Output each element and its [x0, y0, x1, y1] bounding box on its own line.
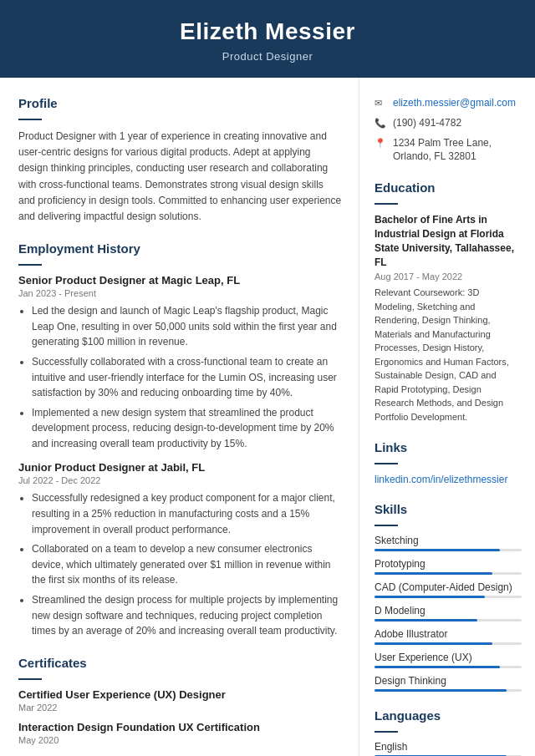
contact-email-row: ✉ elizeth.messier@gmail.com [374, 96, 522, 110]
languages-section: Languages English French [374, 708, 522, 756]
job-1: Junior Product Designer at Jabil, FL Jul… [18, 461, 342, 638]
profile-text: Product Designer with 1 year of experien… [18, 129, 342, 225]
job-0-date: Jan 2023 - Present [18, 288, 342, 298]
certificates-divider [18, 678, 42, 680]
lang-name-0: English [374, 741, 522, 753]
email-icon: ✉ [374, 97, 388, 109]
skill-item-1: Prototyping [374, 558, 522, 575]
skill-name-3: D Modeling [374, 605, 522, 616]
job-0-title: Senior Product Designer at Magic Leap, F… [18, 274, 342, 287]
education-date: Aug 2017 - May 2022 [374, 271, 522, 282]
job-0-bullet-0: Led the design and launch of Magic Leap'… [32, 303, 342, 350]
languages-list: English French [374, 741, 522, 756]
job-1-bullet-1: Collaborated on a team to develop a new … [32, 541, 342, 588]
skill-bar-fill-4 [374, 642, 492, 645]
links-section: Links linkedin.com/in/elizethmessier [374, 440, 522, 485]
education-title: Education [374, 180, 522, 198]
skill-name-4: Adobe Illustrator [374, 628, 522, 640]
skill-bar-fill-0 [374, 549, 500, 551]
left-column: Profile Product Designer with 1 year of … [0, 78, 359, 756]
job-1-title: Junior Product Designer at Jabil, FL [18, 461, 342, 474]
cert-1: Interaction Design Foundation UX Certifi… [18, 721, 342, 745]
profile-section: Profile Product Designer with 1 year of … [18, 96, 342, 225]
cert-1-date: May 2020 [18, 735, 342, 745]
skill-item-2: CAD (Computer-Aided Design) [374, 581, 522, 598]
certificates-section: Certificates Certified User Experience (… [18, 656, 342, 745]
profile-divider [18, 119, 42, 120]
candidate-name: Elizeth Messier [17, 18, 518, 45]
skill-name-1: Prototyping [374, 558, 522, 570]
employment-title: Employment History [18, 241, 342, 259]
education-section: Education Bachelor of Fine Arts in Indus… [374, 180, 522, 424]
phone-icon: 📞 [374, 117, 388, 129]
certificates-title: Certificates [18, 656, 342, 673]
skill-bar-fill-5 [374, 666, 500, 668]
skill-bar-bg-2 [374, 596, 522, 598]
job-1-bullet-0: Successfully redesigned a key product co… [32, 490, 342, 537]
cert-0-title: Certified User Experience (UX) Designer [18, 688, 342, 701]
skill-name-2: CAD (Computer-Aided Design) [374, 581, 522, 593]
job-1-bullet-2: Streamlined the design process for multi… [32, 592, 342, 639]
skill-bar-fill-2 [374, 596, 485, 598]
skill-item-6: Design Thinking [374, 675, 522, 692]
location-icon: 📍 [374, 137, 388, 150]
job-0-bullet-2: Implemented a new design system that str… [32, 405, 342, 452]
job-1-bullets: Successfully redesigned a key product co… [18, 490, 342, 638]
contact-address: 1234 Palm Tree Lane, Orlando, FL 32801 [393, 136, 522, 165]
employment-section: Employment History Senior Product Design… [18, 241, 342, 639]
candidate-title: Product Designer [17, 50, 518, 63]
profile-title: Profile [18, 96, 342, 114]
languages-divider [374, 731, 398, 733]
linkedin-link[interactable]: linkedin.com/in/elizethmessier [374, 474, 507, 485]
contact-section: ✉ elizeth.messier@gmail.com 📞 (190) 491-… [374, 96, 522, 164]
skills-divider [374, 525, 398, 526]
cert-0-date: Mar 2022 [18, 703, 342, 713]
contact-email-link[interactable]: elizeth.messier@gmail.com [393, 96, 516, 110]
links-divider [374, 463, 398, 464]
lang-item-0: English [374, 741, 522, 756]
links-title: Links [374, 440, 522, 458]
skill-bar-bg-6 [374, 689, 522, 692]
job-1-date: Jul 2022 - Dec 2022 [18, 475, 342, 485]
skill-bar-bg-1 [374, 572, 522, 575]
job-0: Senior Product Designer at Magic Leap, F… [18, 274, 342, 451]
education-degree: Bachelor of Fine Arts in Industrial Desi… [374, 213, 522, 269]
cert-0: Certified User Experience (UX) Designer … [18, 688, 342, 713]
skill-bar-bg-3 [374, 619, 522, 622]
skills-title: Skills [374, 502, 522, 520]
skill-item-5: User Experience (UX) [374, 652, 522, 668]
skill-item-3: D Modeling [374, 605, 522, 622]
skills-list: Sketching Prototyping CAD (Computer-Aide… [374, 535, 522, 692]
employment-divider [18, 264, 42, 266]
skill-bar-fill-1 [374, 572, 492, 575]
skill-item-4: Adobe Illustrator [374, 628, 522, 645]
skill-item-0: Sketching [374, 535, 522, 551]
skill-bar-bg-0 [374, 549, 522, 551]
languages-title: Languages [374, 708, 522, 726]
main-content: Profile Product Designer with 1 year of … [0, 78, 535, 756]
contact-address-row: 📍 1234 Palm Tree Lane, Orlando, FL 32801 [374, 136, 522, 165]
cert-1-title: Interaction Design Foundation UX Certifi… [18, 721, 342, 733]
skill-name-0: Sketching [374, 535, 522, 546]
skills-section: Skills Sketching Prototyping CAD (Comput… [374, 502, 522, 692]
right-column: ✉ elizeth.messier@gmail.com 📞 (190) 491-… [359, 78, 535, 756]
education-divider [374, 203, 398, 205]
skill-bar-bg-4 [374, 642, 522, 645]
skill-name-5: User Experience (UX) [374, 652, 522, 663]
header-section: Elizeth Messier Product Designer [0, 0, 535, 78]
skill-bar-fill-3 [374, 619, 477, 622]
education-coursework: Relevant Coursework: 3D Modeling, Sketch… [374, 286, 522, 424]
job-0-bullet-1: Successfully collaborated with a cross-f… [32, 354, 342, 401]
contact-phone: (190) 491-4782 [393, 116, 461, 130]
skill-bar-bg-5 [374, 666, 522, 668]
skill-bar-fill-6 [374, 689, 507, 692]
contact-phone-row: 📞 (190) 491-4782 [374, 116, 522, 130]
job-0-bullets: Led the design and launch of Magic Leap'… [18, 303, 342, 451]
skill-name-6: Design Thinking [374, 675, 522, 687]
